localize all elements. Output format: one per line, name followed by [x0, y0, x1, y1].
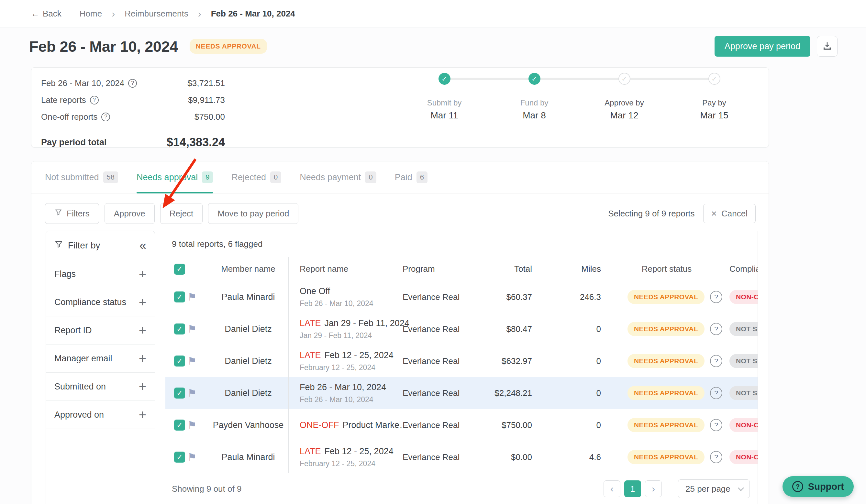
row-checkbox[interactable]: ✓ [174, 419, 185, 430]
flag-icon: ⚑ [187, 419, 197, 431]
miles-value: 246.3 [537, 292, 607, 302]
table-row[interactable]: ✓ ⚑ Paula Minardi One Off Feb 26 - Mar 1… [165, 281, 758, 313]
flag-icon: ⚑ [187, 355, 197, 367]
filter-item-submitted-on[interactable]: Submitted on + [46, 373, 155, 401]
next-page-button[interactable]: › [645, 480, 662, 497]
row-checkbox[interactable]: ✓ [174, 451, 185, 462]
program-name: Everlance Real [400, 324, 479, 334]
plus-icon: + [139, 324, 146, 337]
help-icon[interactable]: ? [710, 355, 722, 367]
report-name: Feb 12 - 25, 2024 [325, 446, 393, 457]
help-icon[interactable]: ? [710, 291, 722, 303]
help-icon[interactable]: ? [101, 113, 110, 121]
cancel-selection-button[interactable]: × Cancel [703, 204, 756, 223]
filter-item-approved-on[interactable]: Approved on + [46, 401, 155, 429]
timeline-step-label: Fund by [489, 98, 579, 108]
collapse-panel-icon[interactable]: « [140, 239, 146, 252]
total-value: $14,383.24 [167, 136, 225, 149]
tab-rejected[interactable]: Rejected 0 [231, 161, 281, 193]
filter-item-manager-email[interactable]: Manager email + [46, 345, 155, 373]
selection-status: Selecting 9 of 9 reports [608, 209, 695, 219]
member-name: Daniel Dietz [208, 313, 289, 345]
filters-button[interactable]: Filters [45, 203, 99, 224]
page-header: Feb 26 - Mar 10, 2024 NEEDS APPROVAL App… [29, 35, 837, 58]
back-button[interactable]: ← Back [31, 9, 62, 19]
help-icon[interactable]: ? [710, 323, 722, 335]
check-circle-icon: ✓ [438, 73, 451, 85]
program-name: Everlance Real [400, 452, 479, 462]
member-name: Daniel Dietz [208, 345, 289, 377]
table-row[interactable]: ✓ ⚑ Paula Minardi LATE Feb 12 - 25, 2024… [165, 441, 758, 473]
table-header-row: ✓ Member name Report name Program Total … [165, 257, 758, 281]
timeline-step-label: Approve by [579, 98, 669, 108]
tab-not-submitted[interactable]: Not submitted 58 [45, 161, 118, 193]
tab-count-badge: 58 [103, 171, 118, 183]
help-icon[interactable]: ? [710, 419, 722, 431]
help-circle-icon: ? [792, 481, 803, 492]
program-name: Everlance Real [400, 292, 479, 302]
breadcrumb-reimbursements[interactable]: Reimbursements [125, 9, 188, 19]
current-page-button[interactable]: 1 [624, 480, 641, 497]
report-name-cell: One Off Feb 26 - Mar 10, 2024 [289, 286, 400, 308]
column-header-total: Total [479, 264, 537, 274]
total-amount: $60.37 [479, 292, 537, 302]
approve-button[interactable]: Approve [104, 203, 155, 224]
total-amount: $0.00 [479, 452, 537, 462]
table-row[interactable]: ✓ ⚑ Payden Vanhoose ONE-OFF Product Mark… [165, 409, 758, 441]
row-checkbox[interactable]: ✓ [174, 356, 185, 367]
previous-page-button[interactable]: ‹ [603, 480, 620, 497]
summary-row: Late reports ? $9,911.73 [41, 91, 225, 108]
breadcrumb-home[interactable]: Home [80, 9, 102, 19]
timeline-step-submit: ✓ Submit by Mar 11 [399, 73, 489, 121]
tab-paid[interactable]: Paid 6 [395, 161, 428, 193]
compliance-badge: NOT SUBMITTED [730, 322, 758, 336]
reject-button[interactable]: Reject [160, 203, 203, 224]
report-status-badge: NEEDS APPROVAL [628, 322, 704, 336]
compliance-badge: NON-COMPLIANT [730, 418, 758, 432]
miles-value: 0 [537, 420, 607, 430]
filter-item-report-id[interactable]: Report ID + [46, 316, 155, 345]
total-amount: $80.47 [479, 324, 537, 334]
table-row[interactable]: ✓ ⚑ Daniel Dietz LATE Jan 29 - Feb 11, 2… [165, 313, 758, 345]
report-date-range: February 12 - 25, 2024 [300, 363, 400, 372]
report-date-range: February 12 - 25, 2024 [300, 459, 400, 468]
select-all-checkbox[interactable]: ✓ [174, 264, 185, 275]
help-icon[interactable]: ? [710, 387, 722, 399]
summary-row-value: $3,721.51 [187, 78, 225, 88]
summary-row: Feb 26 - Mar 10, 2024 ? $3,721.51 [41, 75, 225, 91]
row-checkbox[interactable]: ✓ [174, 324, 185, 335]
table-row-highlighted[interactable]: ✓ ⚑ Daniel Dietz Feb 26 - Mar 10, 2024 F… [165, 377, 758, 409]
column-header-compliance: Compliance [727, 264, 758, 274]
column-header-program: Program [400, 264, 479, 274]
compliance-badge: NON-COMPLIANT [730, 450, 758, 464]
report-status-badge: NEEDS APPROVAL [628, 450, 704, 464]
help-icon[interactable]: ? [90, 96, 99, 104]
top-navigation-bar: ← Back Home › Reimbursements › Feb 26 - … [0, 0, 866, 28]
check-circle-icon: ✓ [529, 73, 541, 85]
close-icon: × [711, 209, 717, 219]
support-button[interactable]: ? Support [782, 476, 854, 497]
row-checkbox[interactable]: ✓ [174, 291, 185, 302]
back-label: Back [43, 9, 62, 19]
move-to-pay-period-button[interactable]: Move to pay period [208, 203, 298, 224]
tab-count-badge: 9 [202, 171, 213, 183]
tab-count-badge: 0 [270, 171, 281, 183]
report-date-range: Jan 29 - Feb 11, 2024 [300, 331, 400, 340]
download-button[interactable] [817, 36, 837, 57]
program-name: Everlance Real [400, 388, 479, 398]
compliance-badge: NOT SUBMITTED [730, 386, 758, 400]
filter-item-flags[interactable]: Flags + [46, 260, 155, 288]
plus-icon: + [139, 268, 146, 280]
row-checkbox[interactable]: ✓ [174, 388, 185, 399]
per-page-select[interactable]: 25 per page [678, 479, 750, 498]
filter-item-compliance-status[interactable]: Compliance status + [46, 288, 155, 316]
table-row[interactable]: ✓ ⚑ Daniel Dietz LATE Feb 12 - 25, 2024 … [165, 345, 758, 377]
help-icon[interactable]: ? [128, 79, 137, 88]
approve-pay-period-button[interactable]: Approve pay period [714, 36, 810, 57]
help-icon[interactable]: ? [710, 451, 722, 463]
bulk-actions-toolbar: Filters Approve Reject Move to pay perio… [45, 203, 756, 224]
tab-needs-approval[interactable]: Needs approval 9 [136, 161, 213, 193]
summary-row-label: Late reports [41, 95, 86, 105]
tab-needs-payment[interactable]: Needs payment 0 [300, 161, 376, 193]
column-header-miles: Miles [537, 264, 607, 274]
